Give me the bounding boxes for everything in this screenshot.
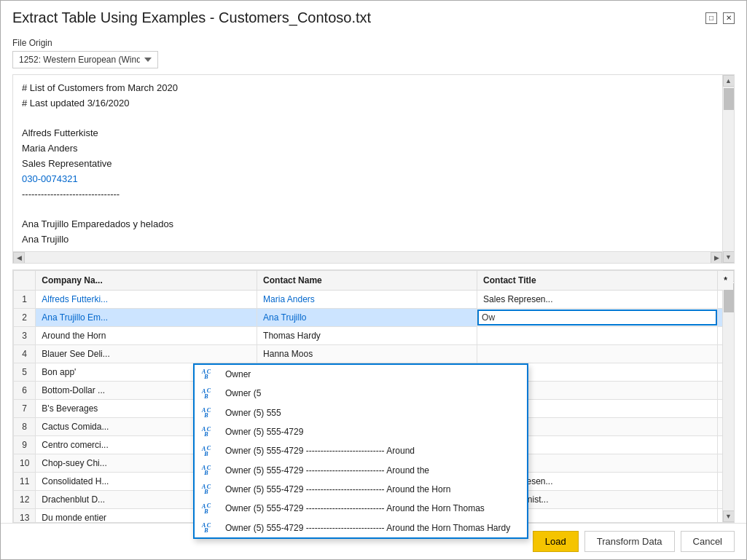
cell-contact-title[interactable] xyxy=(477,345,718,363)
file-origin-section: File Origin 1252: Western European (Wind… xyxy=(1,32,746,74)
cell-contact-title[interactable] xyxy=(477,309,718,327)
preview-line: Alfreds Futterkiste xyxy=(22,126,713,141)
cell-contact-name[interactable]: Thomas Hardy xyxy=(257,327,477,345)
preview-scrollbar-h: ◀ ▶ xyxy=(13,251,722,263)
table-scroll-down[interactable]: ▼ xyxy=(723,510,735,522)
autocomplete-abc-icon: ABC xyxy=(202,445,219,457)
col-header-rownum xyxy=(14,271,36,291)
scroll-left-arrow[interactable]: ◀ xyxy=(13,252,25,264)
load-button[interactable]: Load xyxy=(533,531,579,552)
cell-contact-title[interactable] xyxy=(477,327,718,345)
autocomplete-item-text: Owner (5) 555-4729 ---------------------… xyxy=(225,446,415,456)
autocomplete-item[interactable]: ABCOwner (5) 555-4729 ------------------… xyxy=(195,518,527,537)
title-bar-controls: □ ✕ xyxy=(705,12,735,24)
scroll-down-arrow[interactable]: ▼ xyxy=(723,251,735,263)
table-scrollbar-v: ▲ ▼ xyxy=(722,270,734,522)
dialog-title: Extract Table Using Examples - Customers… xyxy=(12,9,371,26)
row-number: 12 xyxy=(14,491,36,509)
row-number: 10 xyxy=(14,454,36,473)
autocomplete-item-text: Owner (5) 555-4729 ---------------------… xyxy=(225,465,429,476)
minimize-button[interactable]: □ xyxy=(705,12,717,24)
autocomplete-item-text: Owner (5 xyxy=(225,388,261,398)
autocomplete-abc-icon: ABC xyxy=(202,502,219,514)
scroll-right-arrow[interactable]: ▶ xyxy=(711,252,722,264)
preview-scrollbar-v: ▲ ▼ xyxy=(722,75,734,263)
cell-contact-name[interactable]: Hanna Moos xyxy=(257,345,477,363)
preview-line: 030-0074321 xyxy=(22,172,713,187)
preview-line: Maria Anders xyxy=(22,141,713,157)
table-row[interactable]: 1Alfreds Futterki...Maria AndersSales Re… xyxy=(14,291,734,309)
col-header-star: * xyxy=(718,271,734,291)
cell-contact-name[interactable]: Maria Anders xyxy=(257,291,477,309)
file-origin-select[interactable]: 1252: Western European (Windows) xyxy=(12,51,158,68)
scroll-thumb-v[interactable] xyxy=(724,88,734,110)
preview-line: Ana Trujillo xyxy=(22,232,713,248)
autocomplete-item[interactable]: ABCOwner (5) 555-4729 xyxy=(195,422,527,441)
autocomplete-item-text: Owner (5) 555 xyxy=(225,408,281,418)
autocomplete-item-text: Owner (5) 555-4729 ---------------------… xyxy=(225,484,450,494)
file-origin-label: File Origin xyxy=(12,38,735,48)
autocomplete-abc-icon: ABC xyxy=(202,465,219,476)
cell-contact-name[interactable]: Ana Trujillo xyxy=(257,309,477,327)
col-header-contact-name: Contact Name xyxy=(257,271,477,291)
preview-line: # List of Customers from March 2020 xyxy=(22,81,713,96)
autocomplete-item[interactable]: ABCOwner (5) 555-4729 ------------------… xyxy=(195,441,527,460)
autocomplete-item-text: Owner (5) 555-4729 xyxy=(225,427,303,437)
autocomplete-item-text: Owner (5) 555-4729 ---------------------… xyxy=(225,523,510,533)
preview-line: Sales Representative xyxy=(22,157,713,172)
col-header-contact-title: Contact Title xyxy=(477,271,718,291)
preview-line: ------------------------------- xyxy=(22,187,713,202)
row-number: 13 xyxy=(14,509,36,523)
table-row[interactable]: 4Blauer See Deli...Hanna Moos xyxy=(14,345,734,363)
autocomplete-dropdown: ABCOwnerABCOwner (5ABCOwner (5) 555ABCOw… xyxy=(193,363,528,539)
col-header-company: Company Na... xyxy=(36,271,257,291)
autocomplete-item[interactable]: ABCOwner (5) 555-4729 ------------------… xyxy=(195,499,527,518)
row-number: 9 xyxy=(14,436,36,454)
row-number: 11 xyxy=(14,473,36,491)
autocomplete-item-text: Owner xyxy=(225,369,251,379)
autocomplete-abc-icon: ABC xyxy=(202,387,219,399)
autocomplete-abc-icon: ABC xyxy=(202,484,219,495)
row-number: 8 xyxy=(14,418,36,436)
cell-edit-input[interactable] xyxy=(477,309,717,326)
autocomplete-item[interactable]: ABCOwner (5) 555-4729 ------------------… xyxy=(195,461,527,480)
close-button[interactable]: ✕ xyxy=(723,12,735,24)
autocomplete-abc-icon: ABC xyxy=(202,407,219,419)
cell-company[interactable]: Blauer See Deli... xyxy=(36,345,257,363)
preview-line: Ana Trujillo Emparedados y helados xyxy=(22,217,713,232)
title-bar: Extract Table Using Examples - Customers… xyxy=(1,1,746,32)
cell-company[interactable]: Alfreds Futterki... xyxy=(36,291,257,309)
dialog: Extract Table Using Examples - Customers… xyxy=(0,0,747,560)
cell-company[interactable]: Ana Trujillo Em... xyxy=(36,309,257,327)
cancel-button[interactable]: Cancel xyxy=(681,531,735,552)
row-number: 3 xyxy=(14,327,36,345)
cell-contact-title[interactable]: Sales Represen... xyxy=(477,291,718,309)
autocomplete-item[interactable]: ABCOwner xyxy=(195,365,527,384)
table-row[interactable]: 3Around the HornThomas Hardy xyxy=(14,327,734,345)
row-number: 6 xyxy=(14,382,36,400)
autocomplete-abc-icon: ABC xyxy=(202,522,219,534)
preview-line: # Last updated 3/16/2020 xyxy=(22,96,713,111)
preview-section: # List of Customers from March 2020 # La… xyxy=(12,74,735,264)
preview-content[interactable]: # List of Customers from March 2020 # La… xyxy=(13,75,722,263)
cell-company[interactable]: Around the Horn xyxy=(36,327,257,345)
row-number: 5 xyxy=(14,363,36,382)
autocomplete-abc-icon: ABC xyxy=(202,426,219,438)
autocomplete-item-text: Owner (5) 555-4729 ---------------------… xyxy=(225,503,485,513)
autocomplete-item[interactable]: ABCOwner (5 xyxy=(195,384,527,403)
preview-line xyxy=(22,111,713,127)
scroll-up-arrow[interactable]: ▲ xyxy=(723,75,735,87)
row-number: 4 xyxy=(14,345,36,363)
table-row[interactable]: 2Ana Trujillo Em...Ana Trujillo xyxy=(14,309,734,327)
transform-data-button[interactable]: Transform Data xyxy=(584,531,675,552)
autocomplete-item[interactable]: ABCOwner (5) 555-4729 ------------------… xyxy=(195,480,527,499)
autocomplete-item[interactable]: ABCOwner (5) 555 xyxy=(195,403,527,422)
preview-line xyxy=(22,202,713,217)
row-number: 1 xyxy=(14,291,36,309)
autocomplete-abc-icon: ABC xyxy=(202,368,219,380)
row-number: 7 xyxy=(14,400,36,418)
row-number: 2 xyxy=(14,309,36,327)
